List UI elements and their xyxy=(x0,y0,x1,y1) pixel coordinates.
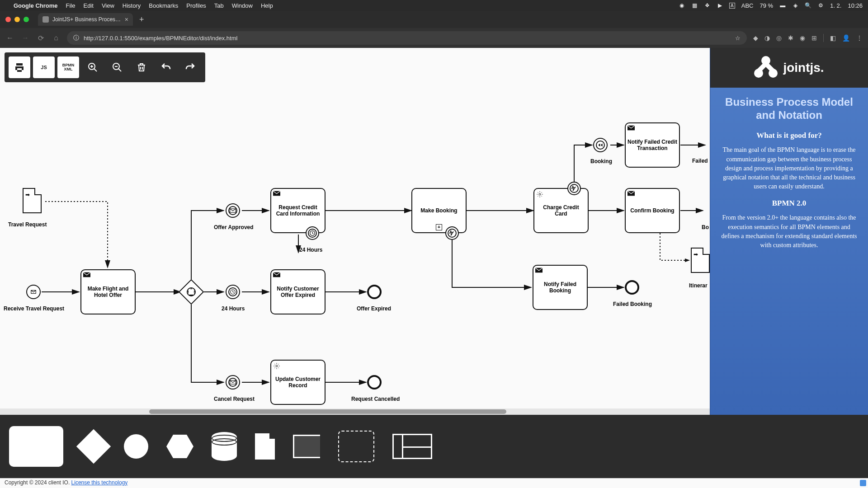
undo-button[interactable] xyxy=(155,56,177,78)
print-button[interactable] xyxy=(9,56,30,78)
menubar-app[interactable]: Google Chrome xyxy=(14,2,58,9)
delete-button[interactable] xyxy=(131,56,152,78)
play-icon[interactable]: ▶ xyxy=(717,2,723,9)
record-icon[interactable]: ◉ xyxy=(679,2,685,9)
input-source-icon[interactable]: A xyxy=(729,3,735,9)
task-notify-failed-booking[interactable]: Notify Failed Booking xyxy=(533,265,588,310)
wifi-icon[interactable]: ◈ xyxy=(792,2,798,9)
label-offer-expired: Offer Expired xyxy=(357,305,391,312)
subprocess-make-booking[interactable]: Make Booking + xyxy=(411,188,467,233)
spotlight-icon[interactable]: 🔍 xyxy=(805,2,811,9)
input-source[interactable]: ABC xyxy=(741,2,754,9)
data-object-itinerary[interactable]: ➡ xyxy=(691,248,710,273)
task-notify-expired[interactable]: Notify Customer Offer Expired xyxy=(270,269,326,314)
corner-widget-icon[interactable] xyxy=(860,480,866,486)
bookmark-star-icon[interactable]: ☆ xyxy=(735,35,741,42)
menu-history[interactable]: History xyxy=(123,2,141,9)
menu-view[interactable]: View xyxy=(102,2,114,9)
task-charge-cc[interactable]: Charge Credit Card xyxy=(533,188,589,233)
profile-icon[interactable]: 👤 xyxy=(842,34,850,42)
menu-tab[interactable]: Tab xyxy=(214,2,224,9)
bpmn-canvas[interactable]: JS BPMNXML xyxy=(0,48,710,415)
stencil-event[interactable] xyxy=(124,434,148,459)
battery-pct[interactable]: 79 % xyxy=(760,2,774,9)
sidepanel-h2: BPMN 2.0 xyxy=(719,198,859,209)
label-travel-request: Travel Request xyxy=(8,221,47,228)
back-button[interactable]: ← xyxy=(5,34,14,42)
close-window-icon[interactable] xyxy=(5,17,11,22)
menu-window[interactable]: Window xyxy=(232,2,253,9)
new-tab-button[interactable]: + xyxy=(137,15,147,24)
menu-bookmarks[interactable]: Bookmarks xyxy=(149,2,178,9)
intermediate-event-booking[interactable] xyxy=(593,138,608,152)
minimize-window-icon[interactable] xyxy=(14,17,20,22)
data-object-travel-request[interactable]: ➡ xyxy=(23,188,42,213)
reload-button[interactable]: ⟳ xyxy=(36,34,45,42)
browser-tab[interactable]: JointJS+ Business Process M × xyxy=(38,13,133,26)
menubar-time[interactable]: 10:26 xyxy=(848,2,863,9)
url-text: http://127.0.0.1:5500/examples/BPMNEdito… xyxy=(84,35,237,42)
zoom-in-button[interactable] xyxy=(82,56,104,78)
end-event-request-cancelled[interactable] xyxy=(367,375,382,389)
stencil-gateway[interactable] xyxy=(76,429,111,464)
ext1-icon[interactable]: ◆ xyxy=(753,34,758,42)
stencil-task[interactable] xyxy=(9,426,63,467)
boundary-timer-req-cc[interactable] xyxy=(306,226,319,240)
canvas-horizontal-scrollbar[interactable] xyxy=(0,408,710,415)
ext3-icon[interactable]: ◎ xyxy=(776,34,782,42)
zoom-out-button[interactable] xyxy=(106,56,128,78)
ext4-icon[interactable]: ✱ xyxy=(788,34,793,42)
start-event-receive-travel[interactable] xyxy=(26,285,41,299)
message-marker-icon xyxy=(627,125,635,131)
zoom-window-icon[interactable] xyxy=(24,17,29,22)
home-button[interactable]: ⌂ xyxy=(52,34,61,42)
ext5-icon[interactable]: ◉ xyxy=(800,34,805,42)
stencil-annotation[interactable] xyxy=(293,435,320,458)
redo-button[interactable] xyxy=(179,56,201,78)
task-update-record[interactable]: Update Customer Record xyxy=(270,360,326,405)
ext2-icon[interactable]: ◑ xyxy=(764,34,770,42)
stencil-palette xyxy=(0,415,868,478)
export-bpmn-xml-button[interactable]: BPMNXML xyxy=(57,56,79,78)
boundary-event-make-booking[interactable] xyxy=(445,226,459,240)
menu-profiles[interactable]: Profiles xyxy=(186,2,206,9)
battery-icon[interactable]: ▬ xyxy=(779,2,786,9)
tab-close-icon[interactable]: × xyxy=(125,16,128,23)
task-request-cc[interactable]: Request Credit Card Information xyxy=(270,188,326,233)
site-info-icon[interactable]: ⓘ xyxy=(73,34,79,42)
extensions-icon[interactable]: ⊞ xyxy=(811,34,817,42)
footer-license-link[interactable]: License this technology xyxy=(71,479,128,486)
address-bar[interactable]: ⓘ http://127.0.0.1:5500/examples/BPMNEdi… xyxy=(67,31,747,45)
boundary-event-charge-cc[interactable] xyxy=(567,182,581,195)
subprocess-expand-icon[interactable]: + xyxy=(436,224,442,230)
stage-manager-icon[interactable]: ▦ xyxy=(691,2,698,9)
export-js-button[interactable]: JS xyxy=(33,56,55,78)
menu-help[interactable]: Help xyxy=(261,2,273,9)
intermediate-event-offer-approved[interactable] xyxy=(226,203,240,218)
scrollbar-thumb[interactable] xyxy=(149,409,506,414)
task-notify-failed-cc[interactable]: Notify Failed Credit Transaction xyxy=(625,122,680,168)
stencil-pool[interactable] xyxy=(392,434,432,459)
chrome-menu-icon[interactable]: ⋮ xyxy=(856,34,863,42)
label-cancel-request: Cancel Request xyxy=(214,396,255,402)
stencil-group[interactable] xyxy=(338,431,374,462)
end-event-failed-booking[interactable] xyxy=(625,280,639,295)
task-make-offer[interactable]: Make Flight and Hotel Offer xyxy=(80,269,136,314)
task-confirm-booking[interactable]: Confirm Booking xyxy=(625,188,680,233)
intermediate-event-cancel[interactable] xyxy=(226,375,240,389)
menu-file[interactable]: File xyxy=(66,2,75,9)
intermediate-event-timer-a[interactable] xyxy=(226,285,240,299)
brand-text: jointjs. xyxy=(783,61,824,75)
end-event-offer-expired[interactable] xyxy=(367,285,382,299)
stencil-dataobject[interactable] xyxy=(255,433,275,460)
stencil-datastore[interactable] xyxy=(212,432,237,461)
menubar-date[interactable]: 1. 2. xyxy=(830,2,841,9)
forward-button[interactable]: → xyxy=(21,34,30,42)
stencil-conversation[interactable] xyxy=(166,435,193,458)
event-gateway[interactable] xyxy=(179,279,204,305)
menu-edit[interactable]: Edit xyxy=(83,2,93,9)
cloud-icon[interactable]: ❖ xyxy=(704,2,710,9)
control-center-icon[interactable]: ⚙ xyxy=(817,2,824,9)
sidepanel-icon[interactable]: ◧ xyxy=(830,34,836,42)
macos-menubar: Google Chrome File Edit View History Boo… xyxy=(0,0,868,11)
